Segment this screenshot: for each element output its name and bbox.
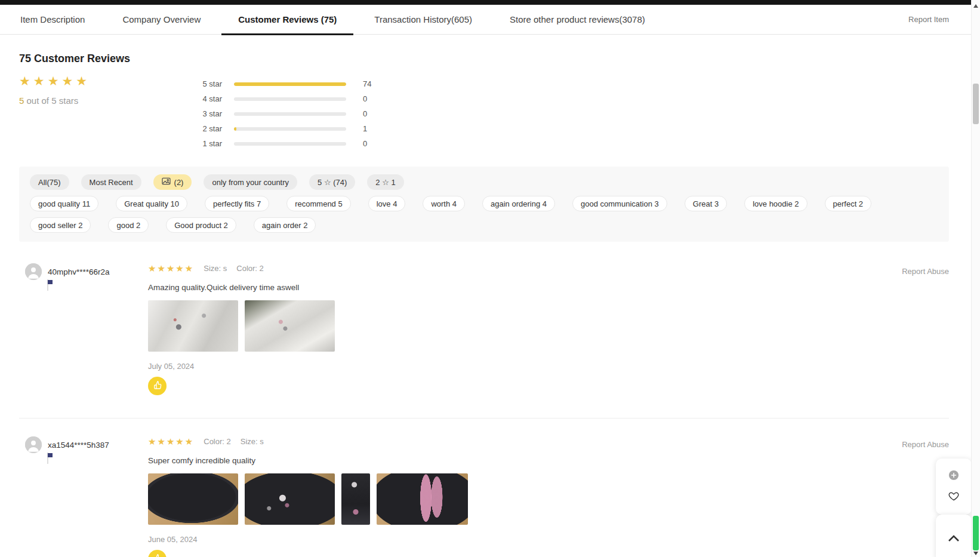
scrollbar-down-arrow-icon[interactable]: [973, 552, 978, 555]
avatar: [25, 263, 42, 280]
rating-bar-count: 0: [363, 109, 367, 118]
tag-perfectly-fits[interactable]: perfectly fits 7: [205, 196, 269, 211]
tag-good-product[interactable]: Good product 2: [166, 217, 236, 233]
review-photo[interactable]: [341, 473, 370, 525]
floating-actions-card: [936, 458, 972, 515]
tag-good-quality[interactable]: good quality 11: [30, 196, 98, 211]
scrollbar-thumb[interactable]: [973, 84, 979, 124]
review-date: June 05, 2024: [148, 535, 889, 544]
helpful-like-button[interactable]: [148, 550, 167, 557]
tag-great-quality[interactable]: Great quality 10: [116, 196, 187, 211]
tab-item-description[interactable]: Item Description: [4, 5, 101, 35]
review-filters-panel: All(75) Most Recent (2) only from your c…: [19, 167, 949, 242]
review-attribute-color: Color: 2: [204, 437, 231, 446]
rating-bar-count: 1: [363, 124, 367, 133]
helpful-like-button[interactable]: [148, 377, 167, 395]
back-to-top-card: [936, 515, 972, 557]
thumbs-up-icon: [153, 553, 162, 557]
chevron-up-icon: [947, 533, 961, 544]
review-text: Super comfy incredible quality: [148, 456, 889, 465]
review-attribute-color: Color: 2: [236, 264, 264, 273]
rating-histogram: 5 star 74 4 star 0 3 star 0 2 star: [186, 75, 371, 151]
filter-only-your-country[interactable]: only from your country: [204, 174, 297, 190]
review-photo[interactable]: [148, 473, 238, 525]
rating-bar-label: 3 star: [186, 109, 222, 118]
tag-great[interactable]: Great 3: [685, 196, 727, 211]
rating-bar-track: [234, 127, 346, 131]
review-photo[interactable]: [245, 473, 335, 525]
tag-perfect[interactable]: perfect 2: [825, 196, 872, 211]
tag-love-hoodie[interactable]: love hoodie 2: [744, 196, 807, 211]
tab-company-overview[interactable]: Company Overview: [106, 5, 217, 35]
review-attribute-size: Size: s: [241, 437, 264, 446]
rating-bar-row-5star[interactable]: 5 star 74: [186, 76, 371, 91]
reviewer-column: 40mphv****66r2a: [19, 263, 148, 395]
review-body: ★★★★★ Color: 2 Size: s Super comfy incre…: [148, 436, 889, 557]
avatar: [25, 436, 42, 453]
rating-bar-track: [234, 82, 346, 86]
reviews-heading: 75 Customer Reviews: [19, 53, 949, 65]
rating-bar-row-1star[interactable]: 1 star 0: [186, 136, 371, 151]
filter-5-star[interactable]: 5 ☆ (74): [309, 174, 355, 190]
rating-bar-count: 0: [363, 139, 367, 148]
image-icon: [162, 177, 171, 187]
plus-icon: [948, 470, 959, 482]
report-abuse-link[interactable]: Report Abuse: [902, 267, 949, 276]
review-body: ★★★★★ Size: s Color: 2 Amazing quality.Q…: [148, 263, 889, 395]
rating-bar-label: 4 star: [186, 94, 222, 103]
rating-bar-row-4star[interactable]: 4 star 0: [186, 91, 371, 106]
tag-recommend[interactable]: recommend 5: [286, 196, 350, 211]
review-photo[interactable]: [377, 473, 468, 525]
reviewer-column: xa1544****5h387: [19, 436, 148, 557]
tag-good[interactable]: good 2: [108, 217, 149, 233]
tab-label: Transaction History(605): [374, 14, 472, 24]
rating-bar-row-3star[interactable]: 3 star 0: [186, 106, 371, 121]
favorite-button[interactable]: [947, 490, 960, 504]
rating-bar-count: 74: [363, 79, 371, 88]
report-item-link[interactable]: Report Item: [908, 15, 949, 24]
score-suffix: out of 5 stars: [24, 96, 78, 106]
review-text: Amazing quality.Quick delivery time aswe…: [148, 283, 889, 292]
tag-again-order[interactable]: again order 2: [254, 217, 316, 233]
page-scrollbar[interactable]: [971, 0, 980, 557]
filter-all[interactable]: All(75): [30, 174, 69, 190]
tag-love[interactable]: love 4: [368, 196, 406, 211]
heart-icon: [947, 490, 960, 504]
tab-label: Store other product reviews(3078): [510, 14, 645, 24]
add-button[interactable]: [948, 470, 959, 482]
review-photos: [148, 473, 889, 525]
tag-good-seller[interactable]: good seller 2: [30, 217, 91, 233]
filter-2-star[interactable]: 2 ☆ 1: [367, 174, 403, 190]
filter-with-images[interactable]: (2): [153, 174, 192, 190]
reviewer-name: xa1544****5h387: [48, 441, 109, 450]
rating-bar-label: 5 star: [186, 79, 222, 88]
review-item: 40mphv****66r2a ★★★★★ Size: s Color: 2 A…: [19, 242, 949, 395]
scrollbar-up-arrow-icon[interactable]: [973, 4, 978, 8]
back-to-top-button[interactable]: [947, 533, 961, 544]
rating-bar-row-2star[interactable]: 2 star 1: [186, 121, 371, 136]
rating-bar-fill: [234, 127, 236, 131]
rating-bar-track: [234, 142, 346, 146]
report-abuse-link[interactable]: Report Abuse: [902, 440, 949, 449]
tag-good-communication[interactable]: good communication 3: [572, 196, 667, 211]
tab-customer-reviews[interactable]: Customer Reviews (75): [221, 5, 353, 35]
rating-bar-label: 2 star: [186, 124, 222, 133]
overall-star-rating: ★★★★★: [19, 75, 186, 87]
tab-store-other-reviews[interactable]: Store other product reviews(3078): [493, 5, 662, 35]
review-photo[interactable]: [245, 300, 335, 352]
review-list: 40mphv****66r2a ★★★★★ Size: s Color: 2 A…: [19, 242, 949, 557]
tag-again-ordering[interactable]: again ordering 4: [482, 196, 555, 211]
filter-chip-row: All(75) Most Recent (2) only from your c…: [30, 174, 938, 190]
tag-worth[interactable]: worth 4: [423, 196, 465, 211]
overall-score-column: ★★★★★ 5 out of 5 stars: [19, 75, 186, 151]
scrollbar-thumb-green[interactable]: [973, 516, 979, 550]
review-star-rating: ★★★★★: [148, 437, 194, 446]
reviews-summary: 75 Customer Reviews ★★★★★ 5 out of 5 sta…: [19, 35, 949, 151]
review-tag-row: good quality 11 Great quality 10 perfect…: [30, 196, 938, 233]
rating-bar-track: [234, 97, 346, 101]
tab-transaction-history[interactable]: Transaction History(605): [358, 5, 489, 35]
thumbs-up-icon: [153, 380, 162, 392]
review-photo[interactable]: [148, 300, 238, 352]
filter-most-recent[interactable]: Most Recent: [81, 174, 141, 190]
review-item: xa1544****5h387 ★★★★★ Color: 2 Size: s S…: [19, 418, 949, 557]
